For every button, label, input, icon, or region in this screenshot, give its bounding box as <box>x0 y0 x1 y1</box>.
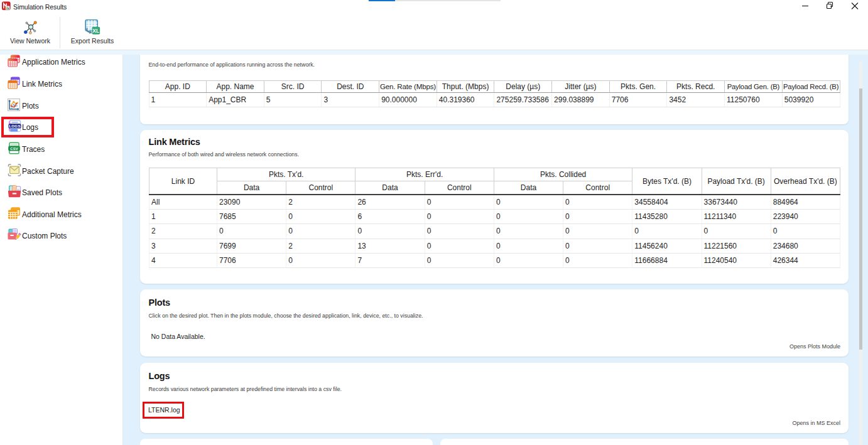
svg-text:XL: XL <box>92 28 99 34</box>
svg-text:CSV: CSV <box>10 147 18 151</box>
